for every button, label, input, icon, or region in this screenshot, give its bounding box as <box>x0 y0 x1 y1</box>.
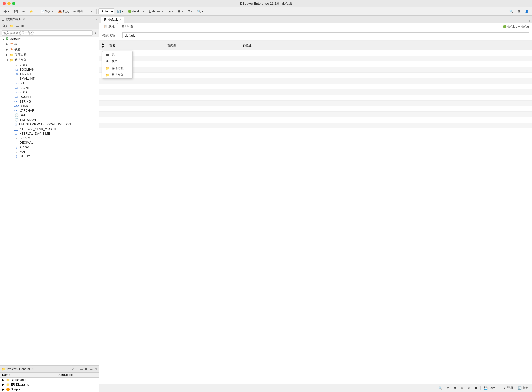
sub-tab-er[interactable]: ⊞ ER 图 <box>118 23 136 30</box>
create-folder-button[interactable]: 📁 <box>9 24 14 28</box>
more-button[interactable]: ⋯▾ <box>86 9 95 14</box>
schema-value-input[interactable] <box>122 32 529 38</box>
bt-settings-button[interactable]: ⚙ <box>452 386 458 390</box>
context-menu-item-datatype[interactable]: 📁 数据类型 <box>102 72 132 78</box>
save-db-button[interactable]: 💾 <box>12 9 20 14</box>
col-tabletype-header[interactable]: 表类型 <box>165 41 240 50</box>
global-search-button[interactable]: 🔍 <box>508 9 515 14</box>
nav-minimize-button[interactable]: — <box>89 18 93 21</box>
tab-close-default[interactable]: ✕ <box>119 18 121 21</box>
tree-item-BIGINT[interactable]: 123 BIGINT <box>0 86 99 90</box>
tree-item-datatypes[interactable]: ▼ 📁 数据类型 <box>0 57 99 63</box>
bt-delete-button[interactable]: ✖ <box>473 386 479 390</box>
sub-tab-properties[interactable]: 📋 属性 <box>101 23 118 30</box>
connection-refresh-button[interactable]: 🔄▾ <box>115 9 125 14</box>
cm-view-icon: 👁 <box>105 60 109 63</box>
tree-item-TIMESTAMP-LTZ[interactable]: ⊡ TIMESTAMP WITH LOCAL TIME ZONE <box>0 122 99 127</box>
close-button[interactable] <box>3 2 6 5</box>
tree-item-MAP[interactable]: ? MAP <box>0 150 99 154</box>
new-button[interactable]: ➕▾ <box>2 9 11 14</box>
tree-item-SMALLINT[interactable]: 123 SMALLINT <box>0 76 99 81</box>
project-settings-button[interactable]: ⚙ <box>71 367 75 371</box>
bt-search-button[interactable]: 🔍 <box>437 386 444 390</box>
tree-item-VOID[interactable]: ? VOID <box>0 63 99 67</box>
revert-db-button[interactable]: ↩ <box>21 9 27 14</box>
project-maximize-button[interactable]: □ <box>94 367 97 371</box>
bt-refresh-button[interactable]: 🔄 刷新 <box>516 385 530 391</box>
col-tablename-header[interactable]: 表名 <box>107 41 165 50</box>
tab-minimize-button[interactable]: — <box>522 19 526 23</box>
tree-item-views[interactable]: ▶ 👁 视图 <box>0 47 99 52</box>
col-tabledesc-header[interactable]: 表描述 <box>240 41 316 50</box>
tree-item-default[interactable]: ▼ 🗄 default <box>0 37 99 41</box>
connection-btn[interactable]: 🟢 defalut▾ <box>126 9 146 14</box>
project-row-scripts[interactable]: ▶ 🟠 Scripts <box>0 387 99 392</box>
search-toolbar-button[interactable]: 🔍▾ <box>195 9 205 14</box>
project-link-button[interactable]: ⇄ <box>84 367 88 371</box>
connect-button[interactable]: 🔌▾ <box>2 24 8 28</box>
tree-item-TIMESTAMP[interactable]: 🕐 TIMESTAMP <box>0 118 99 122</box>
tree-item-CHAR[interactable]: ABC CHAR <box>0 104 99 108</box>
tree-item-DOUBLE[interactable]: 123 DOUBLE <box>0 95 99 99</box>
schema-row: 模式名称： <box>99 30 532 41</box>
tree-item-INTERVAL-DT[interactable]: ⊡ INTERVAL_DAY_TIME <box>0 131 99 136</box>
tree-item-VARCHAR[interactable]: ABC VARCHAR <box>0 108 99 113</box>
bt-edit-button[interactable]: ✏ <box>459 386 465 390</box>
tree-item-TINYINT[interactable]: 123 TINYINT <box>0 72 99 76</box>
bt-save-button[interactable]: 💾 Save … <box>482 386 501 390</box>
context-menu-item-view[interactable]: 👁 视图 <box>102 58 132 65</box>
project-close-icon[interactable]: ✕ <box>32 368 34 370</box>
layout-button[interactable]: ⊞ <box>516 9 522 14</box>
db-nav-close-icon[interactable]: ✕ <box>23 18 25 21</box>
tree-item-FLOAT[interactable]: 123 FLOAT <box>0 90 99 95</box>
collapse-button[interactable]: — <box>15 24 20 28</box>
nav-maximize-button[interactable]: □ <box>94 18 97 21</box>
expand-button[interactable]: ⇄ <box>21 24 24 28</box>
project-add-button[interactable]: + <box>75 367 79 371</box>
tree-more-button[interactable]: ⋯ <box>25 24 30 28</box>
project-col-empty <box>91 373 99 378</box>
format-icon: ⚡ <box>29 10 33 13</box>
tree-item-DECIMAL[interactable]: 123 DECIMAL <box>0 140 99 145</box>
tree-item-INTERVAL-YM[interactable]: ⊡ INTERVAL_YEAR_MONTH <box>0 127 99 131</box>
sort-up-icon[interactable]: ▲ <box>101 42 104 45</box>
tree-item-DATE[interactable]: 🕐 DATE <box>0 113 99 118</box>
tree-item-STRUCT[interactable]: ⣿ STRUCT <box>0 154 99 159</box>
context-menu-item-table[interactable]: 🗃 表 <box>102 51 132 58</box>
format-button[interactable]: ⚡ <box>28 9 35 14</box>
sort-down-icon[interactable]: ▼ <box>101 45 104 49</box>
cloud-button[interactable]: ☁▾ <box>166 9 175 14</box>
tab-default[interactable]: 🗄 default ✕ <box>101 17 124 23</box>
project-row-bookmarks[interactable]: ▶ 📁 Bookmarks <box>0 378 99 382</box>
project-minimize-button[interactable]: — <box>89 367 93 371</box>
tree-item-procs[interactable]: ▶ 📁 存储过程 <box>0 52 99 57</box>
db-badge-label: default <box>521 25 530 28</box>
db-btn[interactable]: 🗄 default▾ <box>147 9 165 14</box>
project-row-er[interactable]: ▶ 📁 ER Diagrams <box>0 382 99 387</box>
sql-button[interactable]: 📄 SQL▾ <box>39 9 55 14</box>
tree-item-tables[interactable]: ▶ 🗃 表 <box>0 41 99 47</box>
bt-copy-button[interactable]: ⧉ <box>466 386 472 390</box>
tree-item-ARRAY[interactable]: ⣿ ARRAY <box>0 145 99 150</box>
tree-label-SMALLINT: SMALLINT <box>20 77 35 80</box>
tree-item-INT[interactable]: 123 INT <box>0 81 99 86</box>
filter-button[interactable]: ⧖ <box>94 31 97 35</box>
tree-item-BOOLEAN[interactable]: ☑ BOOLEAN <box>0 67 99 72</box>
tab-maximize-button[interactable]: □ <box>527 19 530 23</box>
tree-item-BINARY[interactable]: ⣿ BINARY <box>0 136 99 140</box>
grid-button[interactable]: ⊞▾ <box>176 9 185 14</box>
db-nav-title: 数据库导航 <box>6 17 21 21</box>
maximize-button[interactable] <box>12 2 15 5</box>
bt-filter-button[interactable]: ⧖ <box>445 386 450 390</box>
search-input[interactable] <box>2 30 93 36</box>
context-menu-item-proc[interactable]: 📁 存储过程 <box>102 65 132 72</box>
auto-select[interactable]: Auto <box>98 8 114 14</box>
bt-revert-button[interactable]: ↩ 还原 <box>502 385 515 391</box>
tools-button[interactable]: ⚙▾ <box>186 9 194 14</box>
profile-button[interactable]: 👤 <box>523 9 530 14</box>
submit-button[interactable]: 📤 提交 <box>56 8 71 14</box>
project-collapse-button[interactable]: — <box>79 367 84 371</box>
tree-item-STRING[interactable]: ABC STRING <box>0 99 99 104</box>
rollback-button[interactable]: ↩ 回滚 <box>72 8 85 14</box>
minimize-button[interactable] <box>7 2 11 5</box>
